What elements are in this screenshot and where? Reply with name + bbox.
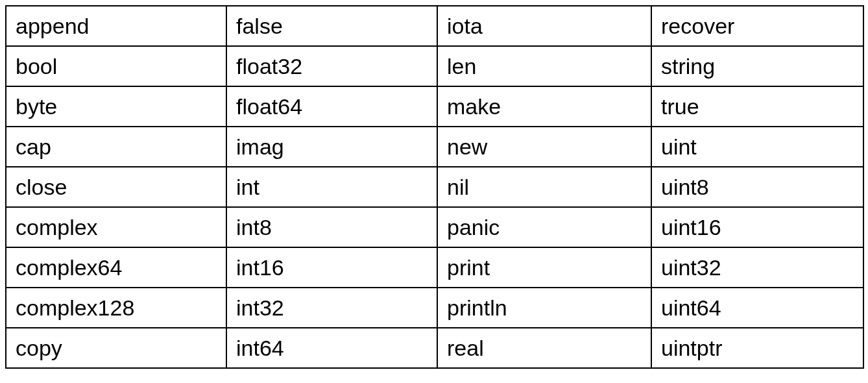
table-cell: len bbox=[437, 46, 651, 86]
table-cell: recover bbox=[651, 6, 863, 46]
identifiers-table: append false iota recover bool float32 l… bbox=[5, 5, 864, 369]
table-cell: int16 bbox=[226, 247, 437, 288]
table-cell: true bbox=[651, 86, 863, 127]
table-cell: panic bbox=[437, 207, 651, 247]
table-row: bool float32 len string bbox=[6, 46, 863, 86]
table-cell: complex bbox=[6, 207, 226, 247]
table-cell: append bbox=[6, 6, 226, 46]
table-cell: false bbox=[226, 6, 437, 46]
table-cell: uintptr bbox=[651, 328, 863, 368]
table-row: complex64 int16 print uint32 bbox=[6, 247, 863, 288]
table-cell: int bbox=[226, 167, 437, 207]
table-cell: complex64 bbox=[6, 247, 226, 288]
table-row: close int nil uint8 bbox=[6, 167, 863, 207]
table-cell: real bbox=[437, 328, 651, 368]
table-cell: println bbox=[437, 288, 651, 328]
table-cell: complex128 bbox=[6, 288, 226, 328]
table-cell: float64 bbox=[226, 86, 437, 127]
table-cell: byte bbox=[6, 86, 226, 127]
table-cell: iota bbox=[437, 6, 651, 46]
table-cell: make bbox=[437, 86, 651, 127]
table-cell: bool bbox=[6, 46, 226, 86]
table-cell: uint8 bbox=[651, 167, 863, 207]
table-row: complex128 int32 println uint64 bbox=[6, 288, 863, 328]
table-row: cap imag new uint bbox=[6, 127, 863, 167]
table-cell: float32 bbox=[226, 46, 437, 86]
table-cell: imag bbox=[226, 127, 437, 167]
table-cell: close bbox=[6, 167, 226, 207]
table-row: byte float64 make true bbox=[6, 86, 863, 127]
table-cell: nil bbox=[437, 167, 651, 207]
table-cell: string bbox=[651, 46, 863, 86]
table-cell: uint16 bbox=[651, 207, 863, 247]
table-cell: new bbox=[437, 127, 651, 167]
table-cell: cap bbox=[6, 127, 226, 167]
table-row: copy int64 real uintptr bbox=[6, 328, 863, 368]
table-cell: int64 bbox=[226, 328, 437, 368]
table-row: complex int8 panic uint16 bbox=[6, 207, 863, 247]
table-cell: uint bbox=[651, 127, 863, 167]
table-cell: print bbox=[437, 247, 651, 288]
table-cell: int8 bbox=[226, 207, 437, 247]
table-cell: uint32 bbox=[651, 247, 863, 288]
table-row: append false iota recover bbox=[6, 6, 863, 46]
table-cell: int32 bbox=[226, 288, 437, 328]
table-cell: uint64 bbox=[651, 288, 863, 328]
table-cell: copy bbox=[6, 328, 226, 368]
